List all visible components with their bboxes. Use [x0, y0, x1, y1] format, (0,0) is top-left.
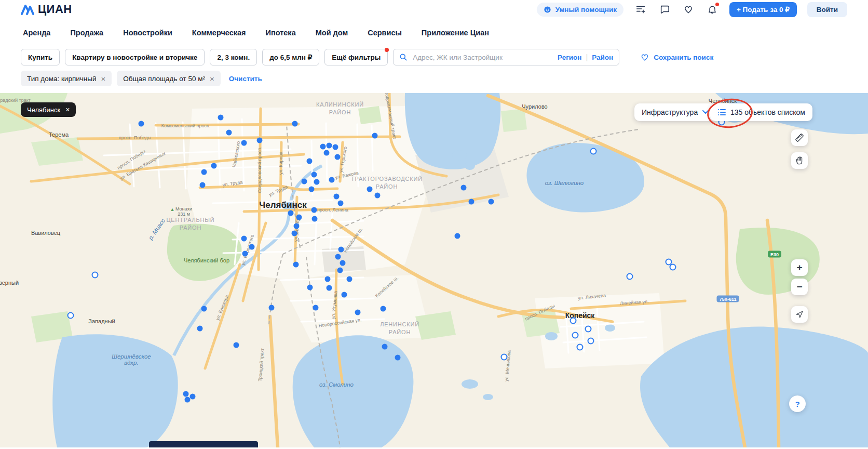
- map-marker[interactable]: [307, 285, 313, 290]
- smart-assistant-button[interactable]: Умный помощник: [537, 3, 623, 17]
- map-marker[interactable]: [461, 185, 467, 191]
- map-marker[interactable]: [324, 150, 330, 156]
- property-type-button[interactable]: Квартиру в новостройке и вторичке: [65, 49, 205, 65]
- map-marker[interactable]: [201, 306, 207, 312]
- nav-item[interactable]: Ипотека: [266, 29, 296, 37]
- map-marker[interactable]: [249, 244, 255, 250]
- map-marker[interactable]: [312, 216, 318, 222]
- nav-item[interactable]: Аренда: [23, 29, 50, 37]
- map-marker[interactable]: [355, 310, 361, 315]
- map-marker-outline[interactable]: [501, 354, 508, 361]
- map-marker[interactable]: [311, 207, 317, 213]
- map-marker[interactable]: [296, 215, 302, 220]
- map-marker[interactable]: [288, 210, 294, 216]
- more-filters-button[interactable]: Ещё фильтры: [324, 49, 388, 65]
- post-listing-button[interactable]: + Подать за 0 ₽: [729, 2, 797, 17]
- map-marker[interactable]: [489, 199, 494, 205]
- map-marker[interactable]: [395, 355, 401, 361]
- map-marker[interactable]: [338, 201, 344, 206]
- map-marker[interactable]: [292, 121, 298, 127]
- clear-filters-button[interactable]: Очистить: [226, 74, 265, 83]
- nav-item[interactable]: Приложение Циан: [422, 29, 489, 37]
- zoom-in-button[interactable]: +: [791, 259, 808, 276]
- map-marker[interactable]: [327, 143, 332, 149]
- search-input[interactable]: [412, 53, 553, 62]
- map-marker[interactable]: [333, 144, 338, 150]
- map-marker[interactable]: [242, 251, 248, 257]
- map-marker-outline[interactable]: [585, 326, 592, 333]
- map-marker[interactable]: [382, 344, 388, 350]
- map-marker[interactable]: [241, 236, 247, 242]
- map-marker[interactable]: [320, 144, 326, 150]
- hand-pan-button[interactable]: [791, 152, 808, 169]
- map-marker-outline[interactable]: [572, 332, 579, 339]
- map-marker-outline[interactable]: [92, 272, 99, 279]
- messages-button[interactable]: [658, 3, 671, 16]
- map-marker-outline[interactable]: [577, 344, 584, 351]
- nav-item[interactable]: Сервисы: [368, 29, 402, 37]
- map-marker[interactable]: [234, 342, 239, 348]
- map-marker[interactable]: [226, 130, 232, 136]
- ruler-button[interactable]: [791, 129, 808, 146]
- notifications-button[interactable]: [706, 3, 719, 16]
- map-marker[interactable]: [201, 169, 207, 175]
- map-marker[interactable]: [335, 254, 341, 260]
- chip-remove-icon[interactable]: ×: [101, 75, 105, 83]
- objects-list-button[interactable]: 135 объектов списком: [710, 103, 812, 121]
- map-marker-outline[interactable]: [670, 264, 676, 271]
- map-marker[interactable]: [375, 193, 381, 199]
- map-canvas[interactable]: Челябинск × Инфраструктура 135 объектов …: [0, 93, 868, 447]
- help-button[interactable]: ?: [789, 395, 806, 412]
- map-city-chip-close-icon[interactable]: ×: [65, 105, 70, 114]
- map-marker-outline[interactable]: [570, 318, 577, 324]
- infrastructure-button[interactable]: Инфраструктура: [634, 103, 716, 121]
- map-marker[interactable]: [313, 305, 319, 311]
- map-marker[interactable]: [325, 276, 331, 282]
- map-marker[interactable]: [381, 306, 386, 312]
- map-marker[interactable]: [469, 199, 474, 205]
- map-marker[interactable]: [314, 179, 320, 185]
- cian-logo[interactable]: ЦИАН: [21, 3, 72, 16]
- map-marker[interactable]: [294, 223, 300, 229]
- map-marker[interactable]: [338, 247, 344, 253]
- price-button[interactable]: до 6,5 млн ₽: [262, 49, 319, 65]
- map-marker[interactable]: [372, 133, 378, 139]
- map-marker[interactable]: [302, 179, 307, 184]
- map-marker[interactable]: [197, 326, 203, 332]
- save-search-button[interactable]: Сохранить поиск: [637, 52, 716, 62]
- rooms-button[interactable]: 2, 3 комн.: [210, 49, 257, 65]
- saved-searches-button[interactable]: [634, 3, 647, 16]
- map-marker[interactable]: [211, 163, 217, 169]
- favorites-button[interactable]: [682, 3, 695, 16]
- map-marker[interactable]: [367, 187, 373, 192]
- map-marker-outline[interactable]: [590, 148, 597, 155]
- map-marker[interactable]: [327, 285, 332, 291]
- map-marker[interactable]: [329, 177, 335, 183]
- map-marker[interactable]: [185, 397, 191, 403]
- map-marker[interactable]: [334, 194, 340, 200]
- region-link[interactable]: Регион: [558, 54, 582, 61]
- zoom-out-button[interactable]: −: [791, 279, 808, 295]
- map-marker[interactable]: [309, 187, 315, 192]
- map-marker[interactable]: [311, 172, 317, 178]
- map-marker[interactable]: [337, 268, 343, 273]
- map-marker[interactable]: [293, 262, 299, 268]
- chip-remove-icon[interactable]: ×: [210, 75, 214, 83]
- map-marker[interactable]: [139, 121, 144, 127]
- district-link[interactable]: Район: [592, 54, 613, 61]
- map-marker[interactable]: [257, 138, 263, 143]
- map-marker-outline[interactable]: [627, 273, 633, 280]
- map-marker[interactable]: [292, 231, 297, 236]
- nav-item[interactable]: Мой дом: [316, 29, 348, 37]
- nav-item[interactable]: Коммерческая: [192, 29, 246, 37]
- map-marker[interactable]: [455, 233, 460, 239]
- map-marker[interactable]: [200, 182, 206, 188]
- nav-item[interactable]: Продажа: [70, 29, 103, 37]
- map-marker[interactable]: [347, 276, 352, 282]
- map-city-chip[interactable]: Челябинск ×: [21, 102, 76, 117]
- map-marker-outline[interactable]: [67, 312, 74, 319]
- map-marker[interactable]: [307, 159, 313, 164]
- map-marker[interactable]: [183, 391, 189, 397]
- locate-button[interactable]: [791, 306, 808, 323]
- map-marker[interactable]: [269, 305, 275, 311]
